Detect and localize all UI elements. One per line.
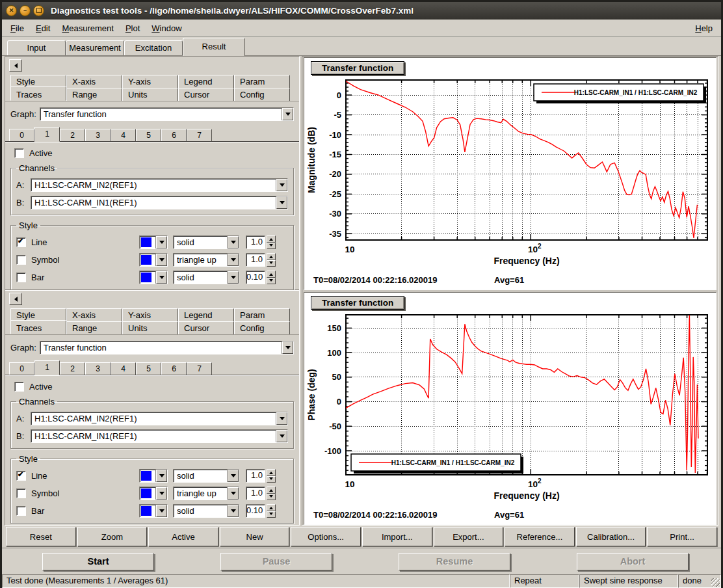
symbol-width-stepper[interactable]: 1.0 — [246, 487, 276, 500]
reset-button[interactable]: Reset — [6, 527, 76, 546]
trace-tab-6[interactable]: 6 — [161, 362, 187, 375]
trace-tab-7[interactable]: 7 — [187, 362, 212, 375]
panel-tab-y-axis[interactable]: Y-axis — [122, 75, 178, 88]
symbol-style-select[interactable]: triangle up — [173, 487, 239, 500]
trace-tab-5[interactable]: 5 — [136, 129, 161, 141]
panel-tab-range[interactable]: Range — [66, 321, 122, 334]
tab-measurement[interactable]: Measurement — [66, 40, 124, 55]
chevron-down-icon[interactable] — [227, 487, 239, 500]
trace-tab-4[interactable]: 4 — [111, 129, 136, 141]
menu-measurement[interactable]: Measurement — [56, 21, 120, 35]
panel-tab-x-axis[interactable]: X-axis — [66, 75, 122, 88]
trace-tab-5[interactable]: 5 — [136, 362, 161, 375]
graph-select[interactable]: Transfer function — [40, 341, 294, 354]
spin-up-icon[interactable] — [267, 487, 276, 494]
zoom-button[interactable]: Zoom — [77, 527, 148, 546]
bar-width-stepper[interactable]: 0.10 — [246, 504, 276, 518]
abort-button[interactable]: Abort — [577, 553, 689, 570]
chevron-down-icon[interactable] — [155, 505, 167, 517]
channel-a-select[interactable]: H1:LSC-CARM_IN2(REF1) — [31, 178, 288, 192]
trace-tab-0[interactable]: 0 — [9, 129, 34, 141]
panel-tab-units[interactable]: Units — [122, 88, 178, 101]
spin-up-icon[interactable] — [267, 504, 276, 511]
channel-b-select[interactable]: H1:LSC-CARM_IN1(REF1) — [31, 196, 288, 209]
import-button[interactable]: Import... — [362, 527, 432, 546]
trace-tab-0[interactable]: 0 — [9, 362, 34, 375]
panel-tab-cursor[interactable]: Cursor — [178, 321, 234, 334]
chevron-down-icon[interactable] — [227, 236, 239, 248]
panel-tab-style[interactable]: Style — [10, 308, 66, 321]
panel-tab-style[interactable]: Style — [10, 75, 66, 88]
symbol-checkbox[interactable] — [16, 255, 26, 265]
chevron-down-icon[interactable] — [155, 236, 167, 248]
resize-grip[interactable] — [711, 578, 720, 587]
panel-tab-units[interactable]: Units — [122, 321, 178, 334]
plot-title[interactable]: Transfer function — [311, 296, 404, 310]
panel-tab-traces[interactable]: Traces — [10, 87, 66, 101]
menu-window[interactable]: Window — [146, 21, 187, 35]
panel-tab-param[interactable]: Param — [234, 75, 290, 88]
panel-tab-y-axis[interactable]: Y-axis — [122, 308, 178, 321]
active-button[interactable]: Active — [148, 527, 218, 546]
active-checkbox[interactable] — [14, 382, 24, 392]
trace-tab-2[interactable]: 2 — [60, 129, 85, 141]
line-style-select[interactable]: solid — [173, 235, 239, 249]
panel-tab-legend[interactable]: Legend — [178, 308, 234, 321]
close-icon[interactable]: ✕ — [6, 5, 17, 16]
title-bar[interactable]: ✕ – Diagnostics test tools - /ligo/home/… — [2, 2, 721, 20]
trace-tab-6[interactable]: 6 — [161, 129, 187, 141]
graph-select[interactable]: Transfer function — [40, 107, 294, 121]
print-button[interactable]: Print... — [647, 527, 717, 546]
bar-width-stepper[interactable]: 0.10 — [246, 271, 276, 284]
chevron-down-icon[interactable] — [282, 108, 293, 120]
plot-legend[interactable]: H1:LSC-CARM_IN1 / H1:LSC-CARM_IN2 — [351, 454, 523, 474]
panel-tab-param[interactable]: Param — [234, 308, 290, 321]
symbol-color-select[interactable] — [139, 253, 168, 267]
collapse-panel-button[interactable] — [9, 293, 22, 305]
trace-tab-2[interactable]: 2 — [60, 362, 85, 375]
line-checkbox[interactable] — [16, 471, 26, 481]
chevron-down-icon[interactable] — [276, 196, 287, 209]
chevron-down-icon[interactable] — [155, 470, 167, 482]
spin-down-icon[interactable] — [267, 494, 276, 501]
symbol-style-select[interactable]: triangle up — [173, 253, 239, 267]
magnitude-plot[interactable]: 0-5-10-15-20-25-30-3510102Frequency (Hz)… — [304, 75, 716, 271]
line-color-select[interactable] — [139, 235, 168, 249]
collapse-panel-button[interactable] — [9, 59, 22, 72]
spin-down-icon[interactable] — [267, 476, 276, 483]
tab-result[interactable]: Result — [183, 38, 245, 56]
bar-color-select[interactable] — [139, 271, 168, 284]
chevron-down-icon[interactable] — [155, 254, 167, 266]
line-color-select[interactable] — [139, 469, 168, 483]
line-width-stepper[interactable]: 1.0 — [246, 469, 276, 483]
reference-button[interactable]: Reference... — [505, 527, 575, 546]
panel-tab-config[interactable]: Config — [234, 321, 290, 334]
trace-tab-1[interactable]: 1 — [34, 360, 60, 375]
channel-a-select[interactable]: H1:LSC-CARM_IN2(REF1) — [31, 412, 288, 425]
spin-up-icon[interactable] — [267, 235, 276, 243]
chevron-down-icon[interactable] — [276, 179, 287, 191]
symbol-width-stepper[interactable]: 1.0 — [246, 253, 276, 267]
panel-tab-range[interactable]: Range — [66, 88, 122, 101]
bar-checkbox[interactable] — [16, 273, 26, 282]
chevron-down-icon[interactable] — [227, 254, 239, 266]
start-button[interactable]: Start — [42, 553, 154, 570]
symbol-checkbox[interactable] — [16, 488, 26, 498]
panel-tab-cursor[interactable]: Cursor — [178, 88, 234, 101]
active-checkbox[interactable] — [14, 148, 24, 158]
bar-style-select[interactable]: solid — [173, 504, 239, 518]
chevron-down-icon[interactable] — [227, 505, 239, 517]
panel-tab-x-axis[interactable]: X-axis — [66, 308, 122, 321]
chevron-down-icon[interactable] — [227, 470, 239, 482]
bar-checkbox[interactable] — [16, 506, 26, 516]
new-button[interactable]: New — [220, 527, 290, 546]
trace-tab-1[interactable]: 1 — [34, 127, 60, 142]
chevron-down-icon[interactable] — [227, 271, 239, 284]
calibration-button[interactable]: Calibration... — [576, 527, 646, 546]
plot-title[interactable]: Transfer function — [311, 61, 404, 75]
chevron-down-icon[interactable] — [155, 271, 167, 284]
pause-button[interactable]: Pause — [220, 553, 332, 570]
plot-legend[interactable]: H1:LSC-CARM_IN1 / H1:LSC-CARM_IN2 — [534, 84, 706, 103]
options-button[interactable]: Options... — [291, 527, 361, 546]
spin-down-icon[interactable] — [267, 243, 276, 250]
